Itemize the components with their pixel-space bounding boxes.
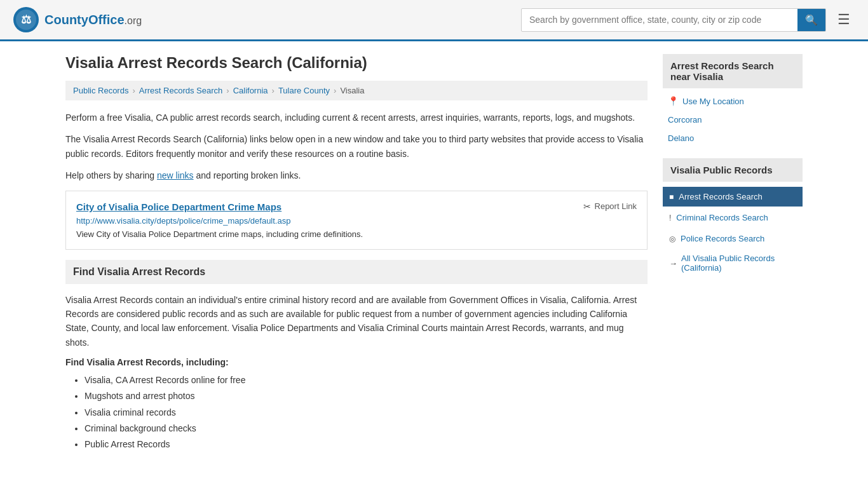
content-area: Visalia Arrest Records Search (Californi…: [65, 54, 648, 452]
page-title: Visalia Arrest Records Search (Californi…: [65, 54, 648, 72]
breadcrumb-tulare-county[interactable]: Tulare County: [278, 86, 330, 95]
logo-text: CountyOffice.org: [44, 13, 142, 27]
new-links-link[interactable]: new links: [157, 170, 194, 180]
scissors-icon: ✂: [583, 201, 591, 212]
sidebar-near-section: Arrest Records Search near Visalia 📍 Use…: [663, 54, 803, 146]
find-bullet-list: Visalia, CA Arrest Records online for fr…: [65, 372, 648, 452]
link-card-title[interactable]: City of Visalia Police Department Crime …: [76, 201, 281, 212]
menu-button[interactable]: ☰: [832, 9, 855, 30]
logo-icon: ⚖: [13, 6, 39, 33]
sidebar-use-location: 📍 Use My Location: [663, 96, 803, 106]
search-input[interactable]: [522, 10, 797, 30]
sidebar-pub-title: Visalia Public Records: [663, 158, 803, 182]
breadcrumb-public-records[interactable]: Public Records: [73, 86, 128, 95]
breadcrumb-sep-1: ›: [132, 86, 135, 95]
list-item: Mugshots and arrest photos: [85, 388, 648, 404]
list-item: Public Arrest Records: [85, 437, 648, 452]
sidebar-criminal-records-link[interactable]: Criminal Records Search: [676, 213, 768, 222]
breadcrumb-visalia: Visalia: [340, 86, 364, 95]
list-item: Criminal background checks: [85, 421, 648, 437]
find-section-body: Visalia Arrest Records contain an indivi…: [65, 293, 648, 350]
exclamation-icon: !: [669, 214, 671, 222]
main-container: Visalia Arrest Records Search (Californi…: [53, 41, 815, 465]
search-button[interactable]: 🔍: [797, 9, 825, 31]
sidebar-all-records-link[interactable]: All Visalia Public Records (California): [681, 254, 796, 273]
breadcrumb-california[interactable]: California: [233, 86, 268, 95]
sidebar-link-delano[interactable]: Delano: [663, 131, 803, 146]
breadcrumb-arrest-records[interactable]: Arrest Records Search: [139, 86, 223, 95]
breadcrumb-sep-3: ›: [272, 86, 275, 95]
sidebar-near-title: Arrest Records Search near Visalia: [663, 54, 803, 88]
sidebar: Arrest Records Search near Visalia 📍 Use…: [663, 54, 803, 452]
link-card-desc: View City of Visalia Police Department c…: [76, 229, 637, 239]
circle-icon: ◎: [669, 234, 675, 243]
logo-area: ⚖ CountyOffice.org: [13, 6, 142, 33]
location-icon: 📍: [668, 96, 679, 106]
sidebar-link-corcoran[interactable]: Corcoran: [663, 112, 803, 127]
description-3: Help others by sharing new links and rep…: [65, 168, 648, 182]
link-card-header: City of Visalia Police Department Crime …: [76, 201, 637, 212]
sidebar-nav-criminal-records[interactable]: ! Criminal Records Search: [663, 208, 803, 227]
list-item: Visalia, CA Arrest Records online for fr…: [85, 372, 648, 388]
sidebar-arrest-records-link[interactable]: Arrest Records Search: [679, 192, 763, 201]
header-right: 🔍 ☰: [521, 8, 855, 32]
breadcrumb: Public Records › Arrest Records Search ›…: [65, 81, 648, 100]
sidebar-nav-arrest-records[interactable]: ■ Arrest Records Search: [663, 187, 803, 207]
list-item: Visalia criminal records: [85, 405, 648, 421]
breadcrumb-sep-2: ›: [226, 86, 229, 95]
site-header: ⚖ CountyOffice.org 🔍 ☰: [0, 0, 868, 41]
sidebar-all-records: → All Visalia Public Records (California…: [663, 250, 803, 276]
link-card-url[interactable]: http://www.visalia.city/depts/police/cri…: [76, 216, 637, 226]
square-icon: ■: [669, 193, 674, 201]
search-bar: 🔍: [521, 8, 826, 32]
find-section-heading: Find Visalia Arrest Records: [65, 260, 648, 284]
find-including-label: Find Visalia Arrest Records, including:: [65, 357, 648, 367]
description-1: Perform a free Visalia, CA public arrest…: [65, 111, 648, 125]
link-card: City of Visalia Police Department Crime …: [65, 191, 648, 250]
use-my-location-link[interactable]: Use My Location: [682, 97, 744, 106]
sidebar-police-records-link[interactable]: Police Records Search: [681, 234, 764, 243]
breadcrumb-sep-4: ›: [334, 86, 336, 95]
arrow-icon: →: [669, 259, 677, 268]
sidebar-pub-records: Visalia Public Records ■ Arrest Records …: [663, 158, 803, 276]
description-2: The Visalia Arrest Records Search (Calif…: [65, 132, 648, 161]
report-link-button[interactable]: ✂ Report Link: [583, 201, 637, 212]
svg-text:⚖: ⚖: [21, 13, 31, 26]
sidebar-nav-police-records[interactable]: ◎ Police Records Search: [663, 229, 803, 248]
